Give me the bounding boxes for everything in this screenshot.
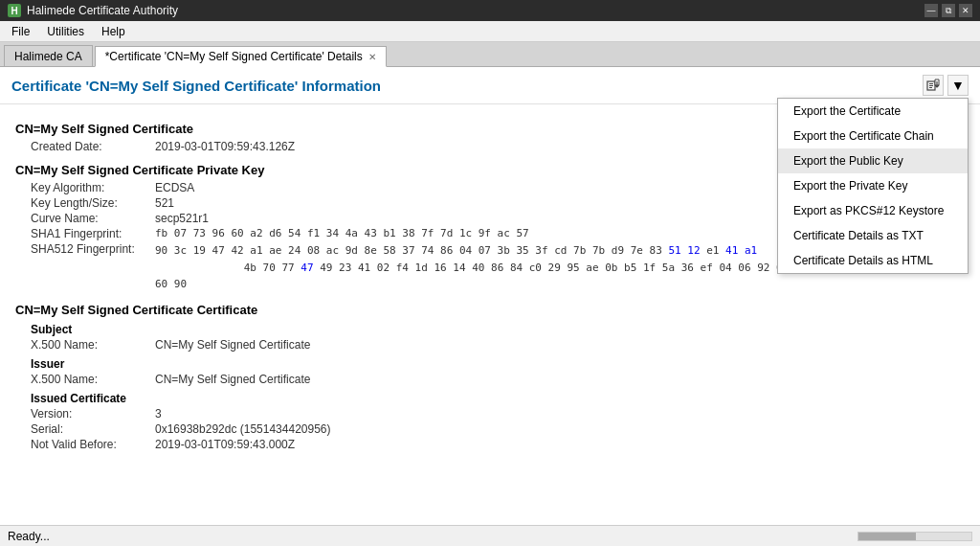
- value-created-date: 2019-03-01T09:59:43.126Z: [155, 140, 295, 153]
- label-key-length: Key Length/Size:: [31, 196, 155, 210]
- value-sha1: fb 07 73 96 60 a2 d6 54 f1 34 4a 43 b1 3…: [155, 227, 529, 240]
- subsection-subject: Subject: [31, 323, 965, 336]
- horizontal-scrollbar[interactable]: [858, 532, 972, 541]
- section-title-cert: CN=My Self Signed Certificate Certificat…: [15, 303, 965, 317]
- label-subject-x500: X.500 Name:: [31, 338, 155, 352]
- dropdown-item-details-html[interactable]: Certificate Details as HTML: [778, 248, 968, 273]
- value-key-length: 521: [155, 196, 174, 210]
- close-button[interactable]: ✕: [959, 4, 972, 17]
- dropdown-item-export-pkcs12[interactable]: Export as PKCS#12 Keystore: [778, 198, 968, 223]
- dropdown-item-details-txt[interactable]: Certificate Details as TXT: [778, 223, 968, 248]
- title-bar: H Halimede Certificate Authority — ⧉ ✕: [0, 0, 980, 21]
- page-title: Certificate 'CN=My Self Signed Certifica…: [11, 78, 381, 94]
- field-subject-x500: X.500 Name: CN=My Self Signed Certificat…: [15, 338, 965, 352]
- label-sha512: SHA512 Fingerprint:: [31, 242, 155, 256]
- label-sha1: SHA1 Fingerprint:: [31, 227, 155, 240]
- label-serial: Serial:: [31, 422, 155, 436]
- menu-help[interactable]: Help: [94, 23, 133, 40]
- tab-halimede-ca[interactable]: Halimede CA: [4, 45, 93, 66]
- menu-utilities[interactable]: Utilities: [39, 23, 92, 40]
- minimize-button[interactable]: —: [924, 4, 938, 17]
- menu-file[interactable]: File: [4, 23, 37, 40]
- label-version: Version:: [31, 407, 155, 421]
- field-not-valid-before: Not Valid Before: 2019-03-01T09:59:43.00…: [15, 438, 965, 451]
- dropdown-item-export-privkey[interactable]: Export the Private Key: [778, 173, 968, 198]
- tab-close-icon[interactable]: ✕: [368, 52, 376, 62]
- value-serial: 0x16938b292dc (1551434420956): [155, 422, 331, 436]
- label-not-valid-before: Not Valid Before:: [31, 438, 155, 451]
- content-header: Certificate 'CN=My Self Signed Certifica…: [0, 67, 980, 104]
- app-title: Halimede Certificate Authority: [27, 4, 178, 17]
- value-version: 3: [155, 407, 162, 421]
- dropdown-item-export-cert[interactable]: Export the Certificate: [778, 99, 968, 124]
- label-key-algorithm: Key Algorithm:: [31, 181, 155, 194]
- label-created-date: Created Date:: [31, 140, 155, 153]
- subsection-issuer: Issuer: [31, 357, 965, 371]
- app-icon: H: [8, 4, 21, 17]
- label-issuer-x500: X.500 Name:: [31, 373, 155, 386]
- svg-rect-1: [929, 83, 933, 84]
- window-controls: — ⧉ ✕: [924, 4, 972, 17]
- dropdown-button[interactable]: ▼: [947, 75, 969, 96]
- menu-bar: File Utilities Help: [0, 21, 980, 42]
- svg-rect-2: [929, 85, 933, 86]
- field-version: Version: 3: [15, 407, 965, 421]
- dropdown-menu: Export the Certificate Export the Certif…: [777, 98, 969, 274]
- export-icon: [926, 79, 940, 92]
- status-bar: Ready...: [0, 525, 980, 546]
- svg-rect-3: [929, 87, 932, 88]
- value-sha512: 90 3c 19 47 42 a1 ae 24 08 ac 9d 8e 58 3…: [155, 242, 825, 293]
- scrollbar-thumb: [858, 533, 916, 540]
- value-curve-name: secp521r1: [155, 212, 209, 225]
- dropdown-item-export-chain[interactable]: Export the Certificate Chain: [778, 124, 968, 148]
- value-issuer-x500: CN=My Self Signed Certificate: [155, 373, 310, 386]
- header-actions: ▼ Export the Certificate Export the Cert…: [923, 75, 969, 96]
- dropdown-item-export-pubkey[interactable]: Export the Public Key: [778, 148, 968, 173]
- value-not-valid-before: 2019-03-01T09:59:43.000Z: [155, 438, 295, 451]
- field-serial: Serial: 0x16938b292dc (1551434420956): [15, 422, 965, 436]
- value-subject-x500: CN=My Self Signed Certificate: [155, 338, 310, 352]
- value-key-algorithm: ECDSA: [155, 181, 194, 194]
- restore-button[interactable]: ⧉: [942, 4, 955, 17]
- tab-bar: Halimede CA *Certificate 'CN=My Self Sig…: [0, 42, 980, 67]
- status-text: Ready...: [8, 530, 50, 543]
- tab-certificate-details[interactable]: *Certificate 'CN=My Self Signed Certific…: [95, 46, 387, 67]
- label-curve-name: Curve Name:: [31, 212, 155, 225]
- main-content: Certificate 'CN=My Self Signed Certifica…: [0, 67, 980, 525]
- export-icon-button[interactable]: [923, 75, 944, 96]
- field-issuer-x500: X.500 Name: CN=My Self Signed Certificat…: [15, 373, 965, 386]
- subsection-issued-cert: Issued Certificate: [31, 392, 965, 405]
